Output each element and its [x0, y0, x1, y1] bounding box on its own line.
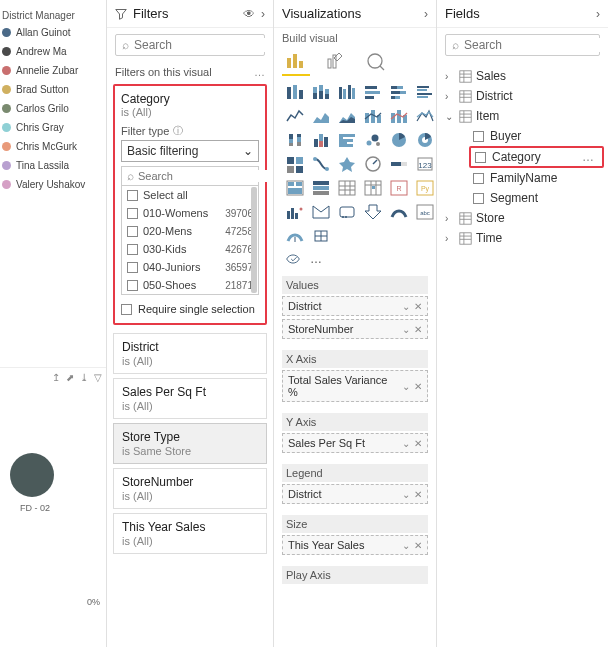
expand-icon[interactable]: › — [445, 71, 455, 82]
viz-type-icon[interactable] — [284, 178, 306, 198]
checkbox[interactable] — [473, 131, 484, 142]
viz-type-icon[interactable] — [310, 106, 332, 126]
filter-card[interactable]: Districtis (All) — [113, 333, 267, 374]
field-item[interactable]: Category… — [469, 146, 604, 168]
legend-item[interactable]: Allan Guinot — [2, 27, 104, 38]
more-icon[interactable]: … — [254, 66, 265, 78]
chevron-down-icon[interactable]: ⌄ — [402, 438, 410, 449]
more-icon[interactable]: … — [310, 252, 322, 266]
viz-type-icon[interactable] — [310, 178, 332, 198]
filter-type-dropdown[interactable]: Basic filtering ⌄ — [121, 140, 259, 162]
checkbox[interactable] — [127, 262, 138, 273]
filter-card[interactable]: Store Typeis Same Store — [113, 423, 267, 464]
expand-icon[interactable]: › — [445, 213, 455, 224]
filter-card[interactable]: StoreNumberis (All) — [113, 468, 267, 509]
field-item[interactable]: Segment — [469, 188, 604, 208]
viz-type-icon[interactable] — [336, 178, 358, 198]
table-node[interactable]: ›Store — [441, 208, 604, 228]
filter-values-list[interactable]: Select all010-Womens39706020-Mens4725803… — [121, 186, 259, 295]
filter-value-row[interactable]: 040-Juniors36597 — [122, 258, 258, 276]
checkbox[interactable] — [127, 280, 138, 291]
viz-type-icon[interactable]: abc — [414, 202, 436, 222]
remove-icon[interactable]: ✕ — [414, 324, 422, 335]
table-node[interactable]: ›Sales — [441, 66, 604, 86]
viz-type-icon[interactable] — [310, 82, 332, 102]
remove-icon[interactable]: ✕ — [414, 438, 422, 449]
viz-type-icon[interactable] — [362, 106, 384, 126]
well-field[interactable]: District⌄✕ — [282, 484, 428, 504]
viz-type-icon[interactable] — [284, 82, 306, 102]
well-field[interactable]: District⌄✕ — [282, 296, 428, 316]
scatter-chart[interactable]: ↥ ⬈ ⤓ ▽ FD - 02 0% — [0, 367, 106, 647]
expand-icon[interactable]: › — [445, 91, 455, 102]
analytics-tab[interactable] — [362, 48, 390, 76]
chevron-down-icon[interactable]: ⌄ — [402, 489, 410, 500]
table-node[interactable]: ⌄Item — [441, 106, 604, 126]
collapse-icon[interactable]: › — [424, 7, 428, 21]
legend-item[interactable]: Annelie Zubar — [2, 65, 104, 76]
scatter-bubble[interactable] — [10, 453, 54, 497]
checkbox[interactable] — [127, 190, 138, 201]
viz-type-icon[interactable] — [388, 130, 410, 150]
build-visual-tab[interactable] — [282, 48, 310, 76]
filter-values-search[interactable]: ⌕ — [121, 166, 259, 186]
viz-type-icon[interactable] — [284, 202, 306, 222]
viz-type-icon[interactable]: R — [388, 178, 410, 198]
expand-icon[interactable]: ⌄ — [445, 111, 455, 122]
show-hide-icon[interactable]: 👁 — [243, 7, 255, 21]
checkbox[interactable] — [127, 208, 138, 219]
viz-type-icon[interactable] — [284, 130, 306, 150]
filter-value-row[interactable]: 020-Mens47258 — [122, 222, 258, 240]
custom-visual-icon[interactable] — [284, 250, 302, 268]
collapse-icon[interactable]: › — [261, 7, 265, 21]
viz-type-icon[interactable] — [310, 154, 332, 174]
drill-up-icon[interactable]: ↥ — [52, 372, 60, 383]
remove-icon[interactable]: ✕ — [414, 540, 422, 551]
viz-type-icon[interactable] — [336, 130, 358, 150]
viz-type-icon[interactable] — [336, 106, 358, 126]
viz-type-icon[interactable]: Py — [414, 178, 436, 198]
chevron-down-icon[interactable]: ⌄ — [402, 301, 410, 312]
more-icon[interactable]: … — [582, 150, 598, 164]
nav-icon[interactable]: ⬈ — [66, 372, 74, 383]
legend-item[interactable]: Carlos Grilo — [2, 103, 104, 114]
viz-type-icon[interactable] — [362, 154, 384, 174]
chevron-down-icon[interactable]: ⌄ — [402, 324, 410, 335]
viz-type-icon[interactable] — [284, 226, 306, 246]
table-node[interactable]: ›Time — [441, 228, 604, 248]
viz-type-icon[interactable] — [388, 106, 410, 126]
viz-type-icon[interactable] — [362, 82, 384, 102]
remove-icon[interactable]: ✕ — [414, 381, 422, 392]
filters-search-input[interactable] — [134, 38, 274, 52]
checkbox[interactable] — [127, 226, 138, 237]
checkbox[interactable] — [473, 193, 484, 204]
chevron-down-icon[interactable]: ⌄ — [402, 540, 410, 551]
filter-icon[interactable]: ▽ — [94, 372, 102, 383]
legend-item[interactable]: Valery Ushakov — [2, 179, 104, 190]
legend-item[interactable]: Chris Gray — [2, 122, 104, 133]
checkbox[interactable] — [121, 304, 132, 315]
viz-type-icon[interactable] — [284, 154, 306, 174]
filter-value-row[interactable]: Select all — [122, 186, 258, 204]
checkbox[interactable] — [127, 244, 138, 255]
checkbox[interactable] — [473, 173, 484, 184]
viz-type-icon[interactable] — [388, 154, 410, 174]
fields-search[interactable]: ⌕ — [445, 34, 600, 56]
legend-item[interactable]: Tina Lassila — [2, 160, 104, 171]
remove-icon[interactable]: ✕ — [414, 489, 422, 500]
remove-icon[interactable]: ✕ — [414, 301, 422, 312]
collapse-icon[interactable]: › — [596, 7, 600, 21]
viz-type-icon[interactable] — [284, 106, 306, 126]
well-field[interactable]: Sales Per Sq Ft⌄✕ — [282, 433, 428, 453]
viz-type-icon[interactable] — [336, 82, 358, 102]
chevron-down-icon[interactable]: ⌄ — [402, 381, 410, 392]
expand-icon[interactable]: › — [445, 233, 455, 244]
field-item[interactable]: Buyer — [469, 126, 604, 146]
well-field[interactable]: StoreNumber⌄✕ — [282, 319, 428, 339]
field-item[interactable]: FamilyName — [469, 168, 604, 188]
viz-type-icon[interactable] — [388, 82, 410, 102]
require-single-selection[interactable]: Require single selection — [121, 303, 259, 315]
viz-type-icon[interactable] — [414, 130, 436, 150]
legend-item[interactable]: Chris McGurk — [2, 141, 104, 152]
viz-type-icon[interactable] — [310, 202, 332, 222]
